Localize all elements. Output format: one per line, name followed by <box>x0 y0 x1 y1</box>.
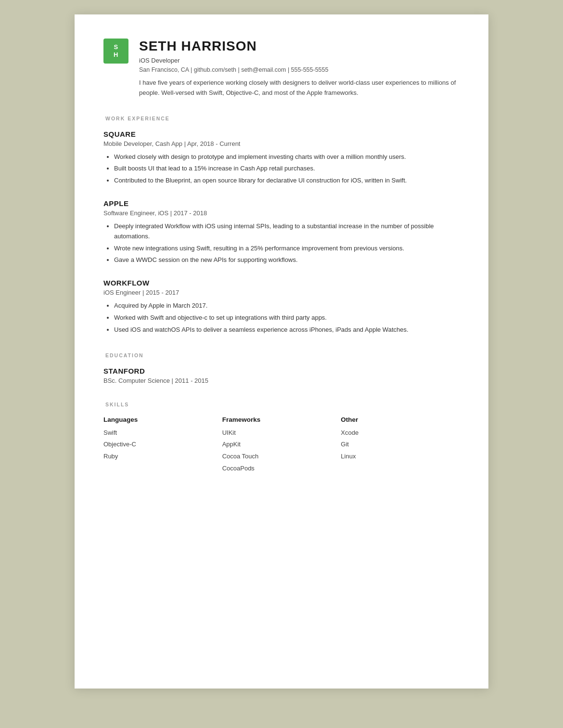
skills-heading-other: Other <box>341 416 460 423</box>
candidate-title: iOS Developer <box>139 57 460 64</box>
list-item: Gave a WWDC session on the new APIs for … <box>114 255 460 265</box>
skills-items-frameworks: UIKitAppKitCocoa TouchCocoaPods <box>222 427 341 475</box>
candidate-contact: San Francisco, CA | github.com/seth | se… <box>139 66 460 73</box>
header-text: SETH HARRISON iOS Developer San Francisc… <box>139 39 460 98</box>
list-item: Worked with Swift and objective-c to set… <box>114 313 460 323</box>
bullet-list-apple: Deeply integrated Workflow with iOS usin… <box>103 221 460 265</box>
skills-column-languages: Languages SwiftObjective-CRuby <box>103 416 222 475</box>
school-name-stanford: STANFORD <box>103 367 460 375</box>
skills-grid: Languages SwiftObjective-CRuby Framework… <box>103 416 460 475</box>
skills-heading-frameworks: Frameworks <box>222 416 341 423</box>
candidate-bio: I have five years of experience working … <box>139 78 460 98</box>
company-role-workflow: iOS Engineer | 2015 - 2017 <box>103 289 460 296</box>
list-item: Wrote new integrations using Swift, resu… <box>114 244 460 254</box>
work-experience-label: WORK EXPERIENCE <box>103 116 460 121</box>
avatar-line2: H <box>114 51 118 59</box>
header-section: S H SETH HARRISON iOS Developer San Fran… <box>103 39 460 98</box>
list-item: Acquired by Apple in March 2017. <box>114 301 460 311</box>
skills-items-other: XcodeGitLinux <box>341 427 460 463</box>
avatar: S H <box>103 39 128 64</box>
skills-label: SKILLS <box>103 402 460 407</box>
school-degree-stanford: BSc. Computer Science | 2011 - 2015 <box>103 377 460 384</box>
list-item: Worked closely with design to prototype … <box>114 152 460 162</box>
list-item: Used iOS and watchOS APIs to deliver a s… <box>114 325 460 335</box>
skills-items-languages: SwiftObjective-CRuby <box>103 427 222 463</box>
candidate-name: SETH HARRISON <box>139 39 460 54</box>
skills-column-other: Other XcodeGitLinux <box>341 416 460 475</box>
avatar-line1: S <box>114 43 118 51</box>
company-name-apple: APPLE <box>103 199 460 208</box>
list-item: Built boosts UI that lead to a 15% incre… <box>114 164 460 174</box>
company-block-apple: APPLE Software Engineer, iOS | 2017 - 20… <box>103 199 460 265</box>
company-name-workflow: WORKFLOW <box>103 279 460 287</box>
bullet-list-square: Worked closely with design to prototype … <box>103 152 460 186</box>
skills-heading-languages: Languages <box>103 416 222 423</box>
company-role-square: Mobile Developer, Cash App | Apr, 2018 -… <box>103 140 460 147</box>
company-block-square: SQUARE Mobile Developer, Cash App | Apr,… <box>103 130 460 186</box>
resume-page: S H SETH HARRISON iOS Developer San Fran… <box>75 14 488 689</box>
education-block-stanford: STANFORD BSc. Computer Science | 2011 - … <box>103 367 460 384</box>
list-item: Deeply integrated Workflow with iOS usin… <box>114 221 460 242</box>
skills-column-frameworks: Frameworks UIKitAppKitCocoa TouchCocoaPo… <box>222 416 341 475</box>
bullet-list-workflow: Acquired by Apple in March 2017. Worked … <box>103 301 460 335</box>
company-role-apple: Software Engineer, iOS | 2017 - 2018 <box>103 209 460 217</box>
company-block-workflow: WORKFLOW iOS Engineer | 2015 - 2017 Acqu… <box>103 279 460 335</box>
education-label: EDUCATION <box>103 352 460 358</box>
list-item: Contributed to the Blueprint, an open so… <box>114 176 460 186</box>
company-name-square: SQUARE <box>103 130 460 138</box>
